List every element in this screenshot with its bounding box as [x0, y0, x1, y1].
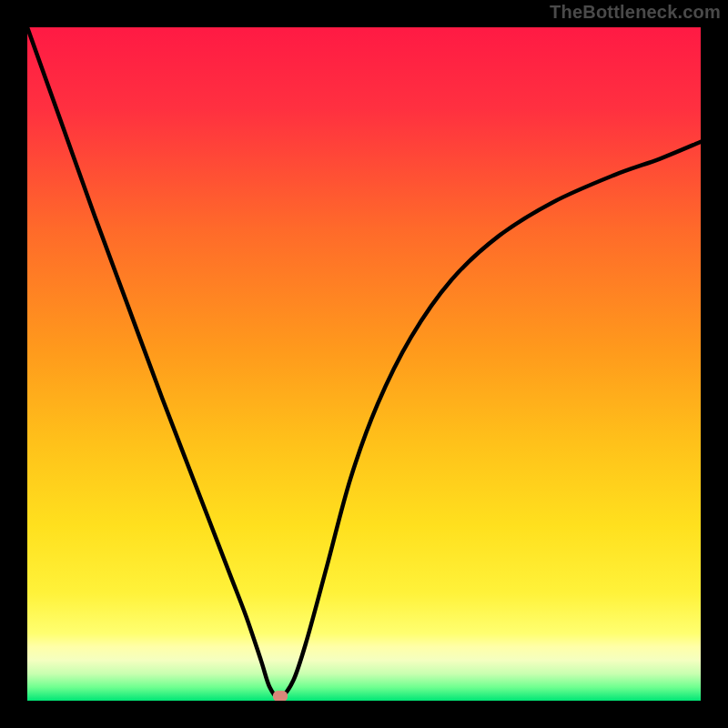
bottleneck-curve [27, 27, 701, 701]
optimum-marker [273, 691, 288, 701]
plot-area [27, 27, 701, 701]
chart-root: TheBottleneck.com [0, 0, 728, 728]
watermark-text: TheBottleneck.com [550, 2, 721, 23]
